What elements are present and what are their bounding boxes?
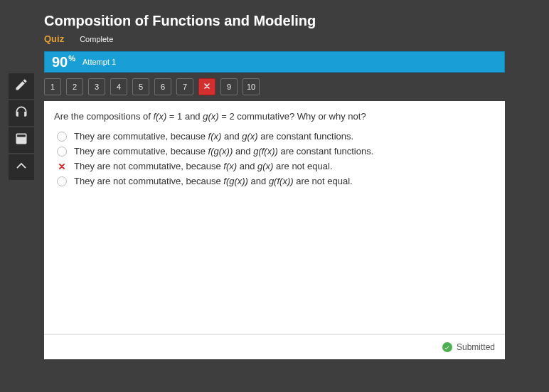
question-segment: = 1 and: [166, 111, 203, 122]
calculator-icon: [14, 132, 28, 149]
question-segment: Are the compositions of: [54, 111, 153, 122]
question-nav-item-10[interactable]: 10: [242, 78, 260, 95]
score-bar: 90% Attempt 1: [44, 51, 505, 73]
answer-row[interactable]: They are not commutative, because f(x) a…: [57, 159, 495, 174]
quiz-label: Quiz: [44, 33, 64, 44]
question-text: Are the compositions of f(x) = 1 and g(x…: [44, 101, 505, 129]
question-segment: = 2 commutative? Why or why not?: [219, 111, 366, 122]
question-gx: g(x): [203, 111, 218, 122]
content-area: Composition of Functions and Modeling Qu…: [44, 13, 505, 359]
panel-footer: Submitted: [44, 334, 505, 359]
sidebar: [9, 73, 34, 180]
complete-label: Complete: [80, 35, 113, 43]
question-nav-item-5[interactable]: 5: [132, 78, 149, 95]
x-icon: [203, 82, 211, 92]
sidebar-item-calculator[interactable]: [9, 127, 34, 153]
sidebar-item-pencil[interactable]: [9, 73, 34, 99]
subheader: Quiz Complete: [44, 33, 505, 44]
page-root: Composition of Functions and Modeling Qu…: [0, 0, 549, 392]
question-nav-item-7[interactable]: 7: [176, 78, 193, 95]
question-panel: Are the compositions of f(x) = 1 and g(x…: [44, 101, 505, 359]
question-nav-item-3[interactable]: 3: [88, 78, 105, 95]
page-title: Composition of Functions and Modeling: [44, 13, 505, 29]
x-mark-icon: [57, 161, 67, 171]
headphones-icon: [14, 105, 28, 122]
radio-empty-icon: [57, 176, 67, 186]
chevron-up-icon: [14, 159, 28, 176]
answer-text: They are commutative, because f(g(x)) an…: [74, 146, 373, 157]
score-percent: 90%: [52, 54, 75, 70]
submitted-label: Submitted: [457, 342, 495, 352]
answer-row[interactable]: They are commutative, because f(g(x)) an…: [57, 144, 495, 159]
answer-list: They are commutative, because f(x) and g…: [44, 129, 505, 189]
score-value: 90: [52, 54, 68, 70]
question-fx: f(x): [153, 111, 166, 122]
question-nav-item-2[interactable]: 2: [66, 78, 83, 95]
sidebar-item-headphones[interactable]: [9, 100, 34, 126]
question-nav-wrong[interactable]: [198, 78, 215, 95]
question-nav-item-1[interactable]: 1: [44, 78, 61, 95]
answer-row[interactable]: They are commutative, because f(x) and g…: [57, 129, 495, 144]
question-nav-item-4[interactable]: 4: [110, 78, 127, 95]
check-circle-icon: [442, 342, 452, 352]
answer-row[interactable]: They are not commutative, because f(g(x)…: [57, 174, 495, 189]
score-unit: %: [68, 54, 75, 63]
pencil-icon: [14, 78, 28, 95]
answer-text: They are not commutative, because f(g(x)…: [74, 176, 353, 186]
answer-text: They are commutative, because f(x) and g…: [74, 131, 353, 142]
question-nav-item-6[interactable]: 6: [154, 78, 171, 95]
answer-text: They are not commutative, because f(x) a…: [74, 161, 333, 171]
question-nav: 1234567910: [44, 78, 505, 95]
question-nav-item-9[interactable]: 9: [220, 78, 238, 95]
radio-empty-icon: [57, 132, 67, 142]
radio-empty-icon: [57, 147, 67, 157]
attempt-label: Attempt 1: [82, 58, 116, 66]
sidebar-item-chevron-up[interactable]: [9, 154, 34, 180]
